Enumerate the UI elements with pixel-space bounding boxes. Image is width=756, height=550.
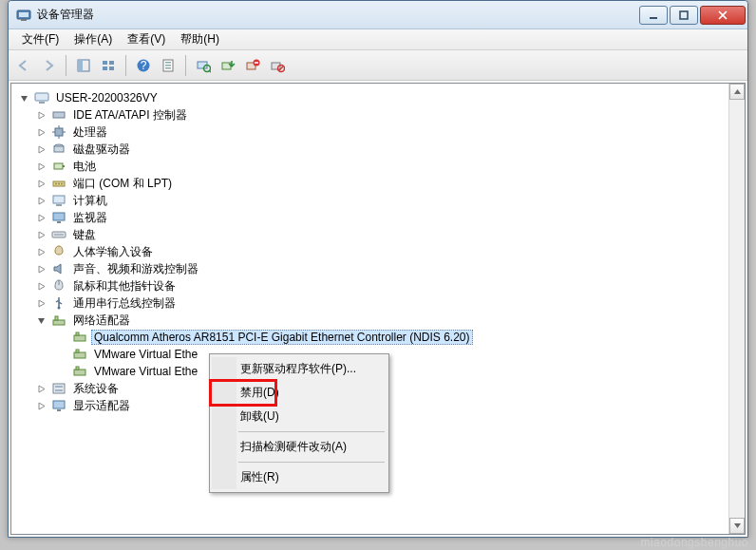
usb-icon [51,295,66,311]
svg-rect-55 [53,401,65,408]
expand-toggle[interactable] [35,400,47,411]
tree-category-label: 人体学输入设备 [70,243,156,261]
svg-rect-48 [74,352,85,358]
vertical-scrollbar[interactable] [728,84,745,534]
svg-rect-25 [39,102,45,104]
tree-root[interactable]: USER-20200326VY [15,89,741,106]
scroll-down-button[interactable] [729,518,745,534]
menu-file[interactable]: 文件(F) [14,29,66,49]
svg-rect-1 [19,12,28,17]
disable-icon[interactable] [266,54,289,77]
svg-rect-49 [76,350,79,352]
tree-category[interactable]: 通用串行总线控制器 [32,294,741,312]
back-icon [12,54,35,77]
update-driver-icon[interactable] [217,54,239,77]
scroll-track[interactable] [729,100,745,518]
minimize-button[interactable] [639,6,668,25]
context-menu-item[interactable]: 更新驱动程序软件(P)... [212,357,387,381]
svg-rect-51 [76,367,79,370]
properties-icon[interactable] [157,54,180,77]
context-menu-item[interactable]: 卸载(U) [212,405,387,428]
svg-text:?: ? [141,59,147,72]
tree-category[interactable]: 声音、视频和游戏控制器 [32,260,741,277]
tree-category-label: 处理器 [70,123,110,142]
expand-toggle[interactable] [35,297,47,309]
svg-rect-56 [57,409,61,411]
tree-category[interactable]: 监视器 [32,209,741,226]
computer-icon [51,193,66,208]
svg-rect-54 [55,389,63,391]
menubar: 文件(F) 操作(A) 查看(V) 帮助(H) [9,29,747,50]
network-icon [51,313,66,328]
svg-rect-44 [53,320,65,325]
collapse-toggle[interactable] [35,314,47,326]
ide-icon [51,107,66,123]
tree-category-label: 鼠标和其他指针设备 [70,277,179,295]
close-button[interactable] [700,6,746,25]
svg-rect-47 [76,332,79,335]
tree-device-label: Qualcomm Atheros AR8151 PCI-E Gigabit Et… [91,330,473,345]
tree-category[interactable]: 磁盘驱动器 [32,141,741,158]
view-icon[interactable] [97,54,120,77]
svg-rect-3 [650,17,657,19]
battery-icon [51,159,66,174]
menu-help[interactable]: 帮助(H) [173,29,227,49]
tree-category-label: 系统设备 [70,380,122,398]
tree-category[interactable]: 处理器 [32,123,741,141]
tree-category-label: 监视器 [70,209,110,227]
tree-category-label: 键盘 [70,226,99,244]
scan-hardware-icon[interactable] [192,54,215,77]
svg-rect-15 [165,65,171,66]
scroll-up-button[interactable] [729,84,745,100]
expand-toggle[interactable] [35,161,47,172]
svg-point-43 [58,307,61,310]
uninstall-icon[interactable] [241,54,264,77]
expand-toggle[interactable] [35,383,47,394]
menu-action[interactable]: 操作(A) [66,29,120,49]
menu-view[interactable]: 查看(V) [120,29,173,49]
show-hidden-icon[interactable] [72,54,95,77]
toolbar-separator [125,55,126,76]
expand-toggle[interactable] [35,126,47,138]
expand-toggle[interactable] [35,109,47,121]
expand-toggle[interactable] [35,195,47,206]
expand-toggle[interactable] [35,246,47,257]
tree-device[interactable]: Qualcomm Atheros AR8151 PCI-E Gigabit Et… [53,329,741,346]
maximize-button[interactable] [670,6,698,25]
cpu-icon [51,124,66,140]
tree-category[interactable]: 鼠标和其他指针设备 [32,277,741,294]
svg-rect-52 [53,384,65,393]
expand-toggle[interactable] [35,229,47,240]
svg-rect-29 [54,146,64,152]
tree-category[interactable]: IDE ATA/ATAPI 控制器 [32,106,741,123]
svg-rect-46 [74,335,85,341]
nic-icon [72,347,87,362]
context-menu-item[interactable]: 属性(R) [212,465,387,489]
svg-rect-41 [54,234,64,236]
collapse-toggle[interactable] [18,92,29,104]
tree-device[interactable]: VMware Virtual Ethe [53,346,741,363]
tree-device[interactable]: VMware Virtual Ethe [53,363,741,380]
sound-icon [51,261,66,276]
expand-toggle[interactable] [35,263,47,275]
expand-toggle[interactable] [35,280,47,292]
svg-rect-38 [53,213,65,220]
tree-category-label: 网络适配器 [70,312,133,330]
expand-toggle[interactable] [35,212,47,223]
nic-icon [72,330,87,345]
expand-toggle[interactable] [35,143,47,155]
tree-category[interactable]: 计算机 [32,192,741,209]
tree-category[interactable]: 键盘 [32,226,741,243]
help-icon[interactable]: ? [132,54,155,77]
tree-category[interactable]: 端口 (COM 和 LPT) [32,175,741,192]
tree-category[interactable]: 人体学输入设备 [32,243,741,260]
expand-toggle[interactable] [35,178,47,189]
tree-category[interactable]: 网络适配器 [32,312,741,329]
svg-rect-53 [55,386,63,388]
svg-rect-7 [103,61,107,65]
context-menu-item[interactable]: 禁用(D) [212,381,387,405]
context-menu-item[interactable]: 扫描检测硬件改动(A) [212,435,387,459]
forward-icon [37,54,60,77]
tree-category[interactable]: 电池 [32,158,741,175]
tree-device-label: VMware Virtual Ethe [91,347,200,362]
